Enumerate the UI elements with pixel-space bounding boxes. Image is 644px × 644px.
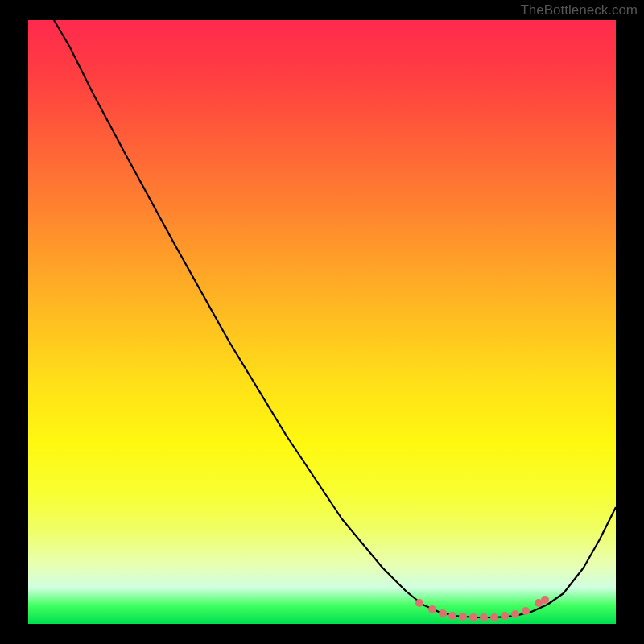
highlight-dots — [415, 596, 549, 621]
bottleneck-curve — [54, 20, 616, 617]
svg-point-5 — [469, 613, 477, 621]
watermark-text: TheBottleneck.com — [520, 2, 638, 19]
svg-point-3 — [448, 612, 456, 620]
svg-point-10 — [522, 607, 530, 615]
svg-point-8 — [501, 612, 509, 620]
curve-svg — [28, 20, 616, 624]
svg-point-4 — [459, 613, 467, 621]
svg-point-9 — [511, 610, 519, 618]
svg-point-1 — [428, 605, 436, 613]
plot-area — [28, 20, 616, 624]
svg-point-2 — [439, 609, 447, 617]
svg-point-12 — [541, 596, 549, 604]
svg-point-11 — [535, 599, 543, 607]
chart-container: TheBottleneck.com — [0, 0, 644, 644]
svg-point-0 — [415, 599, 423, 607]
svg-point-7 — [490, 613, 498, 621]
svg-point-6 — [480, 613, 488, 621]
